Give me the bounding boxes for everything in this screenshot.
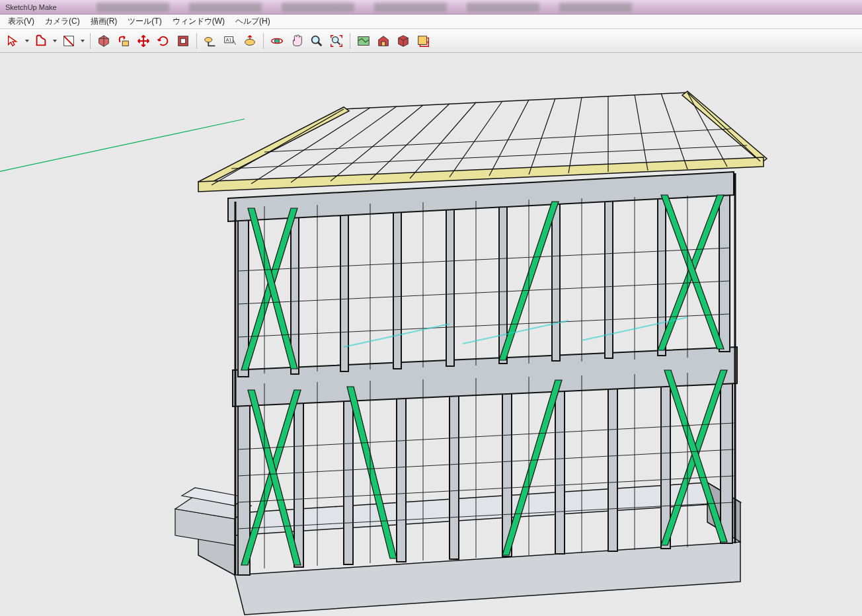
svg-point-4 <box>205 37 212 42</box>
pan-icon[interactable] <box>288 32 306 50</box>
svg-rect-34 <box>658 194 666 356</box>
shapes-icon[interactable] <box>32 32 50 50</box>
warehouse-icon[interactable] <box>374 32 393 50</box>
shapes-dropdown-arrow[interactable] <box>52 40 58 42</box>
svg-line-69 <box>370 104 450 180</box>
svg-line-80 <box>264 129 730 152</box>
svg-rect-13 <box>381 41 385 45</box>
svg-line-36 <box>238 423 734 449</box>
face-style-icon[interactable] <box>95 32 113 50</box>
layers-icon[interactable] <box>414 32 432 50</box>
svg-point-7 <box>245 39 255 45</box>
svg-rect-23 <box>608 374 617 551</box>
svg-rect-18 <box>344 381 353 564</box>
svg-rect-25 <box>721 371 732 543</box>
svg-rect-35 <box>719 193 730 352</box>
map-icon[interactable] <box>354 32 373 50</box>
components-icon[interactable] <box>394 32 412 50</box>
menu-window[interactable]: ウィンドウ(W) <box>167 15 230 28</box>
svg-rect-31 <box>499 198 507 364</box>
titlebar: SketchUp Make <box>0 0 862 15</box>
menu-draw[interactable]: 描画(R) <box>85 15 123 28</box>
svg-text:A1: A1 <box>226 36 232 42</box>
svg-rect-14 <box>418 36 427 44</box>
svg-rect-32 <box>552 197 560 361</box>
menu-tools[interactable]: ツール(T) <box>122 15 167 28</box>
zoom-icon[interactable] <box>307 32 326 50</box>
svg-point-8 <box>274 38 279 43</box>
svg-line-42 <box>238 314 730 337</box>
scene-model <box>0 53 862 616</box>
svg-line-67 <box>291 106 397 182</box>
paint-dropdown-arrow[interactable] <box>79 40 86 42</box>
app-title: SketchUp Make <box>5 3 57 11</box>
svg-rect-17 <box>294 382 303 567</box>
push-pull-icon[interactable] <box>114 32 133 50</box>
svg-line-70 <box>410 102 476 178</box>
svg-line-65 <box>212 109 344 185</box>
menu-help[interactable]: ヘルプ(H) <box>230 15 276 28</box>
svg-line-76 <box>635 95 648 171</box>
zoom-extents-icon[interactable] <box>327 32 346 50</box>
svg-line-74 <box>568 97 582 173</box>
svg-line-79 <box>687 93 760 161</box>
svg-line-73 <box>529 98 555 174</box>
svg-line-41 <box>238 281 730 304</box>
select-dropdown-arrow[interactable] <box>24 40 30 42</box>
menu-camera[interactable]: カメラ(C) <box>40 15 85 28</box>
svg-line-68 <box>331 105 423 181</box>
svg-line-15 <box>0 119 245 178</box>
menubar: 表示(V) カメラ(C) 描画(R) ツール(T) ウィンドウ(W) ヘルプ(H… <box>0 15 862 29</box>
move-icon[interactable] <box>134 32 153 50</box>
tape-measure-icon[interactable] <box>201 32 219 50</box>
toolbar: A1 <box>0 29 862 53</box>
viewport-3d[interactable] <box>0 53 862 616</box>
scale-icon[interactable] <box>174 32 192 50</box>
protractor-icon[interactable] <box>241 32 259 50</box>
orbit-icon[interactable] <box>268 32 286 50</box>
menu-view[interactable]: 表示(V) <box>3 15 40 28</box>
svg-line-40 <box>238 248 730 271</box>
svg-rect-29 <box>393 201 401 369</box>
rotate-icon[interactable] <box>154 32 173 50</box>
svg-rect-3 <box>180 38 185 43</box>
svg-rect-19 <box>397 379 406 562</box>
background-tabs <box>97 3 632 12</box>
svg-rect-30 <box>446 200 454 366</box>
paint-bucket-icon[interactable] <box>59 32 78 50</box>
svg-rect-1 <box>122 41 128 46</box>
svg-line-37 <box>238 449 734 476</box>
label-icon[interactable]: A1 <box>221 32 239 50</box>
svg-rect-22 <box>555 375 565 554</box>
svg-rect-20 <box>450 378 459 559</box>
select-dropdown-icon[interactable] <box>4 32 22 50</box>
